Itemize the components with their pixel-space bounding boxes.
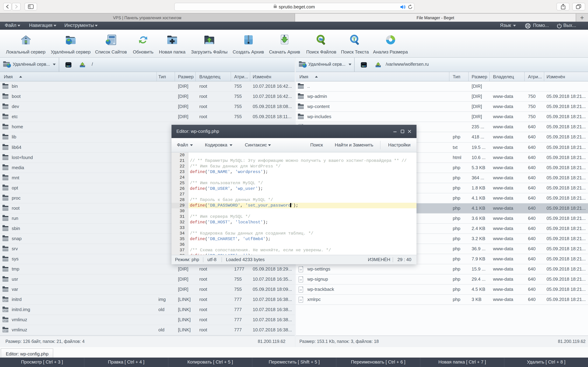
svg-text:T: T [353,36,356,42]
